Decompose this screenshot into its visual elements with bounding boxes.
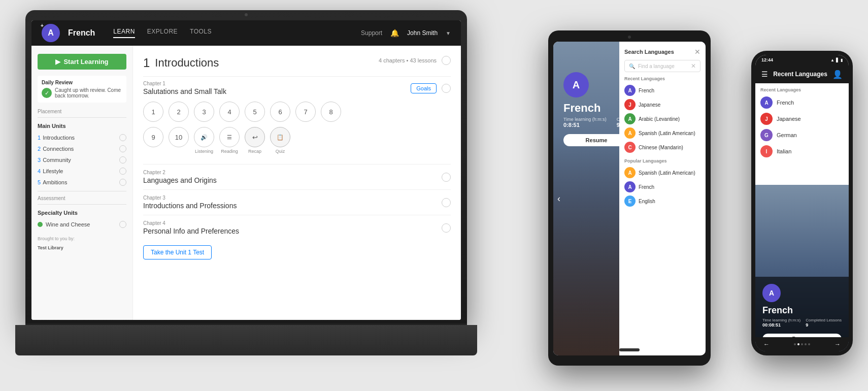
lesson-10[interactable]: 10: [169, 127, 189, 147]
listening-lesson: 🔊 Listening: [194, 127, 214, 154]
chapter-3-label: Chapter 3: [143, 195, 237, 201]
app-title: French: [68, 28, 95, 38]
battery-icon: ▮: [841, 58, 843, 62]
reading-circle[interactable]: ☰: [219, 127, 240, 147]
lesson-4[interactable]: 4: [219, 102, 240, 122]
phone-german-name: German: [777, 132, 797, 138]
lesson-2[interactable]: 2: [169, 102, 189, 122]
lesson-7[interactable]: 7: [295, 102, 316, 122]
phone-lang-japanese[interactable]: J Japanese: [760, 111, 844, 127]
unit-item-3[interactable]: 3Community: [38, 154, 126, 166]
phone-nav-dots: [794, 343, 810, 345]
panel-close-button[interactable]: ✕: [694, 48, 700, 56]
tablet-lang-japanese[interactable]: J Japanese: [624, 97, 700, 112]
tablet-popular-spanish[interactable]: A Spanish (Latin American): [624, 166, 700, 180]
phone-german-avatar: G: [760, 129, 773, 141]
tablet-popular-english[interactable]: E English: [624, 194, 700, 208]
phone-lang-german[interactable]: G German: [760, 127, 844, 143]
tablet-lang-french[interactable]: A French: [624, 83, 700, 97]
laptop: A French LEARN EXPLORE TOOLS Support 🔔 J…: [25, 10, 467, 355]
laptop-body: A French LEARN EXPLORE TOOLS Support 🔔 J…: [25, 10, 467, 325]
phone-lang-italian[interactable]: I Italian: [760, 143, 844, 159]
chapter-3-circle: [442, 198, 451, 207]
chevron-down-icon: ▼: [446, 30, 451, 36]
chapter-1-right: Goals: [411, 83, 451, 93]
nav-explore[interactable]: EXPLORE: [147, 28, 178, 38]
listening-circle[interactable]: 🔊: [194, 127, 214, 147]
signal-icon: ▋: [836, 58, 839, 62]
nav-learn[interactable]: LEARN: [113, 28, 135, 38]
chapter-4-label: Chapter 4: [143, 220, 239, 226]
unit-item-5[interactable]: 5Ambitions: [38, 177, 126, 188]
tablet-french-name: French: [639, 88, 654, 93]
tablet: A French Time learning (h:m:s) 0:8:51 Co…: [548, 30, 711, 366]
chapter-3-info: Chapter 3 Introductions and Professions: [143, 195, 237, 210]
search-box[interactable]: 🔍 Find a language ✕: [624, 60, 700, 72]
phone-dot-4: [805, 343, 807, 345]
lesson-3[interactable]: 3: [194, 102, 214, 122]
search-placeholder: Find a language: [638, 63, 688, 69]
header-right: Support 🔔 John Smith ▼: [361, 29, 451, 37]
phone-status-bar: 12:44 ▲ ▋ ▮: [755, 55, 849, 65]
brought-by-section: Brought to you by: Test Library: [38, 236, 126, 250]
tablet-nav-arrow[interactable]: ‹: [557, 193, 560, 204]
unit-circle-1: [119, 134, 126, 141]
unit-item-2[interactable]: 2Connections: [38, 143, 126, 154]
tablet-lang-arabic[interactable]: A Arabic (Levantine): [624, 112, 700, 126]
unit-meta-text: 4 chapters • 43 lessons: [379, 57, 437, 63]
phone-profile-icon[interactable]: 👤: [832, 70, 843, 79]
search-clear-icon[interactable]: ✕: [691, 62, 696, 70]
recap-circle[interactable]: ↩: [245, 127, 265, 147]
tablet-lang-panel: Search Languages ✕ 🔍 Find a language ✕ R…: [619, 42, 706, 355]
lessons-row-1: 1 2 3 4 5 6 7 8: [143, 102, 451, 122]
lesson-9[interactable]: 9: [143, 127, 163, 147]
quiz-circle[interactable]: 📋: [270, 127, 290, 147]
check-icon: ✓: [42, 88, 52, 98]
unit-item-4[interactable]: 4Lifestyle: [38, 166, 126, 177]
phone-time: 12:44: [761, 57, 773, 62]
tablet-lang-spanish[interactable]: A Spanish (Latin American): [624, 126, 700, 140]
laptop-screen: A French LEARN EXPLORE TOOLS Support 🔔 J…: [31, 20, 461, 320]
chapter-4-circle: [442, 223, 451, 233]
phone-back-arrow[interactable]: ←: [763, 341, 770, 348]
tablet-popular-english-name: English: [639, 199, 655, 204]
phone-time-label: Time learning (h:m:s): [762, 318, 800, 322]
phone-japanese-avatar: J: [760, 113, 773, 125]
daily-review-text: Caught up with review. Come back tomorro…: [55, 87, 122, 99]
chapter-4-title: Personal Info and Preferences: [143, 227, 239, 235]
chapter-3-title: Introductions and Professions: [143, 202, 237, 210]
phone-forward-arrow[interactable]: →: [834, 341, 841, 348]
phone-lang-title: French: [762, 305, 842, 316]
phone-menu-icon[interactable]: ☰: [761, 70, 768, 78]
tablet-popular-french[interactable]: A French: [624, 180, 700, 194]
phone-lang-french[interactable]: A French: [760, 94, 844, 111]
bell-icon[interactable]: 🔔: [390, 29, 399, 37]
nav-tools[interactable]: TOOLS: [190, 28, 212, 38]
tablet-popular-spanish-name: Spanish (Latin American): [639, 170, 695, 176]
unit-name: Introductions: [155, 56, 219, 70]
lesson-6[interactable]: 6: [270, 102, 290, 122]
tablet-home-button[interactable]: [619, 348, 640, 351]
daily-review: Daily Review ✓ Caught up with review. Co…: [38, 76, 126, 103]
recap-lesson: ↩ Recap: [245, 127, 265, 154]
chapter-1-label: Chapter 1: [143, 81, 411, 86]
chapter-1: Chapter 1 Salutations and Small Talk Goa…: [143, 81, 451, 154]
unit-num-3: 3: [38, 157, 41, 163]
lesson-1[interactable]: 1: [143, 102, 163, 122]
take-test-button[interactable]: Take the Unit 1 Test: [143, 245, 212, 259]
unit-item-1[interactable]: 1Introductions: [38, 132, 126, 143]
support-button[interactable]: Support: [361, 29, 382, 37]
quiz-lesson: 📋 Quiz: [270, 127, 290, 154]
assessment-label: Assessment: [38, 196, 126, 201]
goals-button[interactable]: Goals: [411, 83, 437, 93]
phone-bg-area: A French Time learning (h:m:s) 00:08:51 …: [755, 185, 849, 351]
lesson-5[interactable]: 5: [245, 102, 265, 122]
lesson-8[interactable]: 8: [321, 102, 341, 122]
specialty-item-1[interactable]: Wine and Cheese: [38, 219, 126, 230]
tablet-lang-chinese[interactable]: C Chinese (Mandarin): [624, 140, 700, 154]
tablet-popular-french-avatar: A: [624, 181, 636, 192]
unit-circle-5: [119, 179, 126, 186]
start-learning-button[interactable]: ▶ Start Learning: [38, 54, 126, 70]
app-header: A French LEARN EXPLORE TOOLS Support 🔔 J…: [31, 20, 461, 46]
unit-name-1: Introductions: [43, 135, 75, 141]
